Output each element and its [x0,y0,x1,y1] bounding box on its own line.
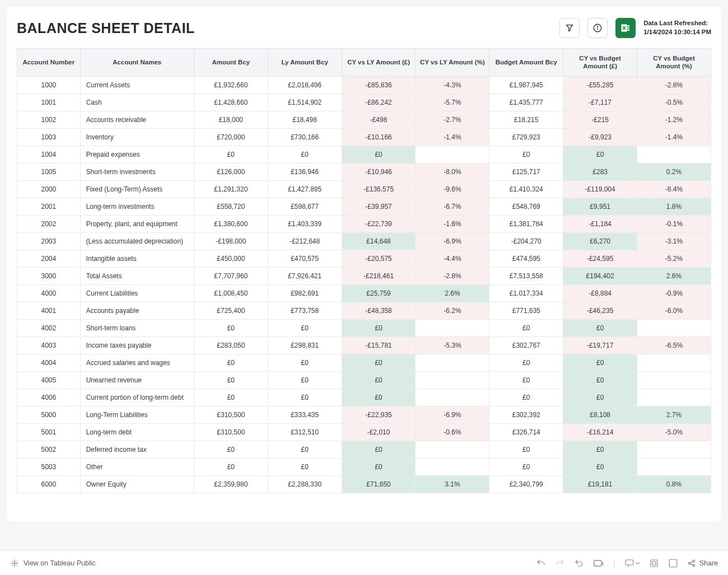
table-row[interactable]: 2001Long-term investments£558,720£598,67… [17,198,711,215]
table-row[interactable]: 2003(Less accumulated depreciation)-£198… [17,232,711,250]
table-header-row: Account Number Account Names Amount Bcy … [17,49,711,77]
cell-cy-vs-budget-pct [637,146,711,163]
cell-account-number: 5001 [17,423,81,441]
table-row[interactable]: 4002Short-term loans£0£0£0£0£0 [17,319,711,336]
cell-amount-bcy: £7,707,960 [194,267,268,284]
col-amount-bcy[interactable]: Amount Bcy [194,49,268,77]
cell-cy-vs-ly-amount: £0 [342,458,416,475]
svg-rect-6 [627,30,629,31]
cell-account-number: 4004 [17,354,81,371]
cell-cy-vs-budget-amount: £9,951 [563,198,637,215]
excel-icon [620,22,631,34]
cell-account-number: 4006 [17,389,81,406]
table-row[interactable]: 1005Short-term investments£126,000£136,9… [17,163,711,180]
cell-cy-vs-ly-pct: -0.6% [416,423,489,441]
cell-ly-amount-bcy: £0 [268,354,342,371]
table-row[interactable]: 4003Income taxes payable£283,050£298,831… [17,336,711,354]
cell-cy-vs-ly-amount: £71,650 [342,475,416,493]
cell-ly-amount-bcy: £1,427,895 [268,180,342,198]
cell-ly-amount-bcy: £773,758 [268,302,342,319]
filter-button[interactable] [559,18,580,38]
table-row[interactable]: 2000Fixed (Long-Term) Assets£1,291,320£1… [17,180,711,198]
col-cy-vs-ly-pct[interactable]: CY vs LY Amount (%) [416,49,489,77]
table-row[interactable]: 4005Unearned revenue£0£0£0£0£0 [17,371,711,389]
cell-cy-vs-ly-pct: 3.1% [416,475,489,493]
cell-amount-bcy: £1,428,660 [194,94,268,111]
cell-amount-bcy: £283,050 [194,336,268,354]
cell-budget-amount-bcy: £1,987,945 [489,76,563,94]
cell-cy-vs-ly-pct: -8.0% [416,163,489,180]
cell-cy-vs-ly-pct [416,354,489,371]
cell-cy-vs-budget-pct: -0.1% [637,215,711,232]
table-row[interactable]: 5000Long-Term Liabilities£310,500£333,43… [17,406,711,423]
table-row[interactable]: 1001Cash£1,428,660£1,514,902-£86,242-5.7… [17,94,711,111]
table-row[interactable]: 3000Total Assets£7,707,960£7,926,421-£21… [17,267,711,284]
cell-cy-vs-ly-pct [416,146,489,163]
col-cy-vs-budget-amount[interactable]: CY vs Budget Amount (£) [563,49,637,77]
cell-cy-vs-ly-amount: -£10,946 [342,163,416,180]
table-row[interactable]: 6000Owner Equity£2,359,980£2,288,330£71,… [17,475,711,493]
cell-budget-amount-bcy: £0 [489,146,563,163]
cell-cy-vs-ly-pct: -4.4% [416,250,489,267]
dashboard-panel: BALANCE SHEET DETAIL Data Last Refreshed… [7,7,721,522]
table-row[interactable]: 5002Deferred income tax£0£0£0£0£0 [17,441,711,458]
col-ly-amount-bcy[interactable]: Ly Amount Bcy [268,49,342,77]
info-button[interactable] [587,18,608,38]
info-icon [592,23,603,33]
cell-cy-vs-ly-pct: -2.7% [416,111,489,128]
table-row[interactable]: 5001Long-term debt£310,500£312,510-£2,01… [17,423,711,441]
cell-budget-amount-bcy: £2,340,799 [489,475,563,493]
cell-account-name: Long-term debt [80,423,194,441]
cell-account-name: Long-term investments [80,198,194,215]
cell-cy-vs-ly-pct [416,458,489,475]
cell-cy-vs-budget-pct: -8.4% [637,180,711,198]
cell-cy-vs-budget-pct [637,441,711,458]
cell-account-name: Current Liabilities [80,284,194,302]
table-row[interactable]: 2004Intangible assets£450,000£470,575-£2… [17,250,711,267]
table-row[interactable]: 2002Property, plant, and equipment£1,380… [17,215,711,232]
cell-budget-amount-bcy: £1,017,334 [489,284,563,302]
cell-ly-amount-bcy: £136,946 [268,163,342,180]
cell-cy-vs-ly-amount: £0 [342,441,416,458]
cell-cy-vs-ly-amount: -£85,836 [342,76,416,94]
cell-cy-vs-budget-amount: £6,270 [563,232,637,250]
cell-cy-vs-budget-pct [637,458,711,475]
page-title: BALANCE SHEET DETAIL [17,20,195,36]
cell-account-number: 5000 [17,406,81,423]
col-account-names[interactable]: Account Names [80,49,194,77]
cell-cy-vs-ly-pct: -5.7% [416,94,489,111]
col-cy-vs-ly-amount[interactable]: CY vs LY Amount (£) [342,49,416,77]
table-row[interactable]: 4006Current portion of long-term debt£0£… [17,389,711,406]
cell-account-number: 4002 [17,319,81,336]
table-row[interactable]: 1000Current Assets£1,932,660£2,018,496-£… [17,76,711,94]
cell-account-name: Inventory [80,128,194,146]
table-row[interactable]: 4001Accounts payable£725,400£773,758-£48… [17,302,711,319]
cell-account-name: Current portion of long-term debt [80,389,194,406]
table-row[interactable]: 1002Accounts receivable£18,000£18,498-£4… [17,111,711,128]
cell-cy-vs-budget-amount: £0 [563,354,637,371]
cell-budget-amount-bcy: £474,595 [489,250,563,267]
cell-ly-amount-bcy: £298,831 [268,336,342,354]
col-account-number[interactable]: Account Number [17,49,81,77]
col-cy-vs-budget-pct[interactable]: CY vs Budget Amount (%) [637,49,711,77]
table-row[interactable]: 1004Prepaid expenses£0£0£0£0£0 [17,146,711,163]
cell-cy-vs-ly-amount: £0 [342,389,416,406]
table-row[interactable]: 4004Accrued salaries and wages£0£0£0£0£0 [17,354,711,371]
cell-cy-vs-budget-amount: -£55,285 [563,76,637,94]
cell-amount-bcy: £1,380,600 [194,215,268,232]
cell-amount-bcy: £0 [194,458,268,475]
cell-ly-amount-bcy: £0 [268,389,342,406]
cell-amount-bcy: £0 [194,146,268,163]
cell-cy-vs-ly-amount: -£22,739 [342,215,416,232]
table-row[interactable]: 4000Current Liabilities£1,008,450£982,69… [17,284,711,302]
cell-amount-bcy: £558,720 [194,198,268,215]
cell-cy-vs-budget-pct: 2.7% [637,406,711,423]
cell-cy-vs-budget-amount: -£8,884 [563,284,637,302]
col-budget-amount-bcy[interactable]: Budget Amount Bcy [489,49,563,77]
export-excel-button[interactable] [615,18,636,38]
cell-account-name: Owner Equity [80,475,194,493]
table-row[interactable]: 5003Other£0£0£0£0£0 [17,458,711,475]
table-row[interactable]: 1003Inventory£720,000£730,166-£10,166-1.… [17,128,711,146]
cell-ly-amount-bcy: £598,677 [268,198,342,215]
cell-ly-amount-bcy: £0 [268,458,342,475]
